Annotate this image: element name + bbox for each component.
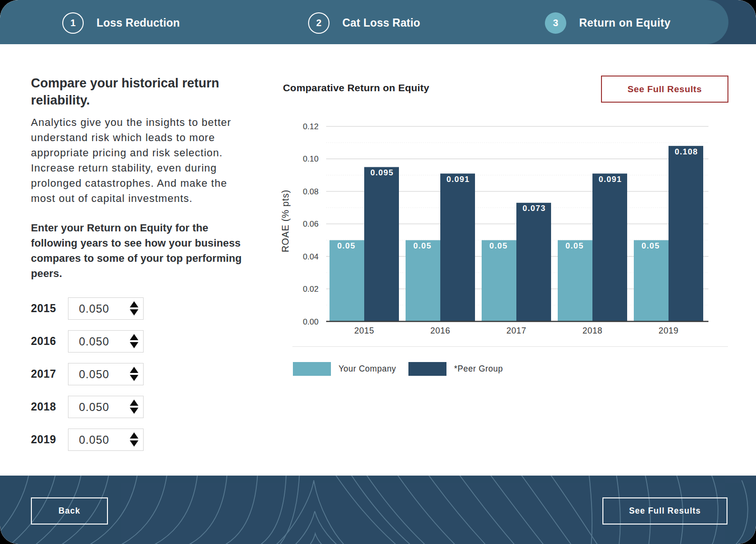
- svg-text:2017: 2017: [506, 326, 526, 335]
- svg-text:0.05: 0.05: [337, 241, 355, 250]
- svg-text:2018: 2018: [582, 326, 602, 335]
- svg-text:0.04: 0.04: [303, 252, 319, 261]
- svg-text:0.05: 0.05: [489, 241, 507, 250]
- svg-text:0.05: 0.05: [565, 241, 583, 250]
- svg-text:0.08: 0.08: [303, 187, 319, 196]
- svg-text:0.00: 0.00: [303, 317, 319, 326]
- svg-text:2015: 2015: [354, 326, 374, 335]
- svg-text:0.073: 0.073: [523, 204, 546, 213]
- svg-text:0.12: 0.12: [303, 122, 319, 131]
- svg-text:0.06: 0.06: [303, 220, 319, 229]
- svg-text:0.108: 0.108: [675, 147, 698, 156]
- svg-text:2019: 2019: [659, 326, 678, 335]
- svg-text:0.10: 0.10: [303, 154, 319, 163]
- svg-text:0.02: 0.02: [303, 285, 319, 294]
- svg-text:2016: 2016: [430, 326, 450, 335]
- svg-text:0.095: 0.095: [370, 168, 394, 177]
- svg-text:0.091: 0.091: [446, 175, 470, 184]
- svg-text:0.05: 0.05: [413, 241, 431, 250]
- svg-text:ROAE (% pts): ROAE (% pts): [280, 190, 291, 252]
- svg-text:0.05: 0.05: [641, 241, 659, 250]
- svg-text:0.091: 0.091: [599, 175, 622, 184]
